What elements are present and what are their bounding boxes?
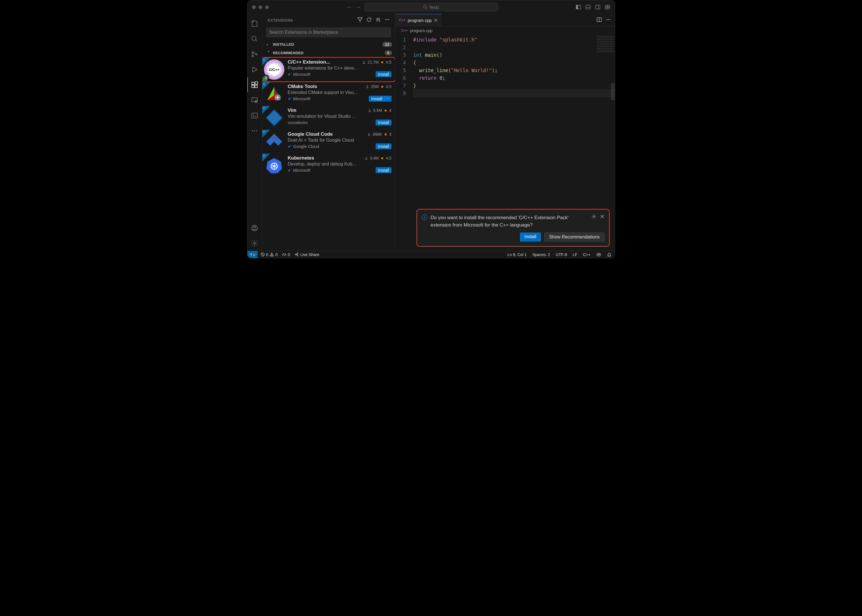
toast-show-recommendations-button[interactable]: Show Recommendations [544, 233, 605, 242]
filter-icon[interactable] [358, 17, 362, 23]
problems-status[interactable]: 0 0 [260, 252, 278, 257]
toggle-secondary-sidebar-icon[interactable] [595, 4, 600, 10]
live-share-status[interactable]: Live Share [295, 252, 319, 257]
installed-count-badge: 22 [383, 42, 392, 47]
notifications-icon[interactable] [607, 252, 611, 257]
recommended-section-header[interactable]: › RECOMMENDED 5 [262, 49, 395, 57]
remote-indicator[interactable] [247, 251, 258, 258]
chevron-right-icon: › [267, 42, 271, 47]
toggle-primary-sidebar-icon[interactable] [575, 4, 581, 10]
extension-name: C/C++ Extension... [288, 59, 330, 65]
copilot-status-icon[interactable] [596, 252, 601, 257]
svg-rect-9 [608, 5, 610, 7]
status-bar: 0 0 0 Live Share Ln 8, Col 1 Spaces: 2 U… [247, 251, 615, 258]
terminal-tab[interactable] [247, 108, 262, 123]
minimize-window-button[interactable] [258, 5, 262, 9]
svg-rect-4 [586, 5, 590, 9]
svg-point-16 [256, 53, 257, 55]
encoding-status[interactable]: UTF-8 [556, 252, 567, 257]
extension-icon [264, 108, 284, 128]
download-icon [362, 60, 366, 64]
editor-area: C++ program.cpp ✕ C++ program.cpp 123456… [395, 14, 615, 251]
eol-status[interactable]: LF [573, 252, 577, 257]
extension-description: Develop, deploy and debug Kub... [288, 162, 391, 167]
svg-point-59 [606, 19, 607, 20]
source-control-tab[interactable] [247, 47, 262, 61]
indentation-status[interactable]: Spaces: 2 [533, 252, 550, 257]
extension-publisher: Microsoft [293, 168, 310, 173]
svg-point-71 [598, 255, 598, 255]
toast-gear-icon[interactable] [591, 214, 596, 220]
command-center-search[interactable]: Test1 [364, 3, 498, 11]
extension-name: Vim [288, 108, 296, 113]
toast-close-icon[interactable] [600, 214, 605, 220]
window-frame: ← → Test1 [247, 0, 615, 258]
refresh-icon[interactable] [367, 17, 372, 23]
window-controls [252, 5, 269, 9]
more-tab[interactable] [247, 124, 262, 138]
toast-install-button[interactable]: Install [520, 233, 541, 242]
more-editor-actions-icon[interactable] [606, 17, 611, 23]
toggle-panel-icon[interactable] [585, 4, 591, 10]
recommended-count-badge: 5 [385, 50, 392, 55]
extension-item-cmake[interactable]: CMake Tools 25M ★ 4.5 Extended CMake sup… [262, 82, 395, 106]
run-debug-tab[interactable] [247, 62, 262, 77]
extension-item-cpp-pack[interactable]: C/C++ 3 C/C++ Extension... 21.7M ★ 4.5 [262, 57, 395, 82]
svg-rect-3 [576, 5, 578, 9]
close-window-button[interactable] [252, 5, 256, 9]
extensions-search-input[interactable]: Search Extensions in Marketplace [266, 28, 391, 37]
install-button[interactable]: Install [376, 143, 391, 149]
more-actions-icon[interactable] [385, 17, 390, 23]
extension-description: Vim emulation for Visual Studio ... [288, 114, 391, 119]
remote-explorer-tab[interactable] [247, 93, 262, 108]
install-button[interactable]: Install [376, 71, 391, 77]
extensions-sidebar: EXTENSIONS Search Extensions in Marketpl… [262, 14, 395, 251]
search-tab[interactable] [247, 31, 262, 46]
svg-point-39 [388, 19, 389, 20]
split-editor-icon[interactable] [597, 17, 602, 23]
language-mode-status[interactable]: C++ [583, 252, 590, 257]
close-tab-icon[interactable]: ✕ [434, 17, 438, 23]
extensions-tab[interactable] [247, 77, 262, 92]
command-center-label: Test1 [429, 5, 440, 9]
chevron-down-icon: › [266, 51, 271, 55]
extension-publisher: Microsoft [293, 72, 310, 77]
maximize-window-button[interactable] [265, 5, 269, 9]
extension-item-kubernetes[interactable]: Kubernetes 3.4M ★ 4.5 Develop, deploy an… [262, 154, 395, 178]
nav-back-button[interactable]: ← [346, 4, 352, 11]
nav-forward-button[interactable]: → [355, 4, 361, 11]
svg-point-37 [385, 19, 386, 20]
install-button[interactable]: Install [376, 167, 391, 173]
svg-point-72 [599, 255, 599, 255]
download-icon [366, 85, 369, 88]
clear-icon[interactable] [376, 17, 381, 23]
extension-icon [264, 84, 284, 104]
star-icon: ★ [384, 108, 388, 113]
settings-button[interactable] [247, 236, 262, 251]
installed-section-header[interactable]: › INSTALLED 22 [262, 40, 395, 49]
ports-status[interactable]: 0 [282, 252, 290, 257]
install-button[interactable]: Install﹀ [369, 96, 391, 102]
cursor-position-status[interactable]: Ln 8, Col 1 [507, 252, 527, 257]
dropdown-icon[interactable]: ﹀ [384, 96, 389, 101]
editor-tab-program[interactable]: C++ program.cpp ✕ [395, 14, 442, 26]
layout-controls [575, 4, 610, 10]
accounts-button[interactable] [247, 220, 262, 235]
extension-item-gcloud[interactable]: Google Cloud Code 898K ★ 3 Duet AI + Too… [262, 130, 395, 154]
explorer-tab[interactable] [247, 16, 262, 31]
svg-line-13 [255, 40, 257, 41]
extension-icon [264, 132, 284, 152]
svg-point-28 [256, 130, 257, 132]
star-icon: ★ [380, 84, 384, 89]
breadcrumb[interactable]: C++ program.cpp [395, 27, 615, 35]
svg-point-15 [252, 55, 254, 57]
activity-bar [247, 14, 262, 251]
extension-publisher: Microsoft [293, 96, 310, 101]
customize-layout-icon[interactable] [605, 4, 610, 10]
extension-item-vim[interactable]: Vim 5.5M ★ 4 Vim emulation for Visual St… [262, 106, 395, 130]
line-number-gutter: 12345678 [395, 35, 411, 251]
svg-point-69 [284, 255, 285, 256]
scrollbar-thumb[interactable] [611, 83, 615, 100]
svg-line-66 [262, 253, 264, 256]
install-button[interactable]: Install [376, 119, 391, 126]
